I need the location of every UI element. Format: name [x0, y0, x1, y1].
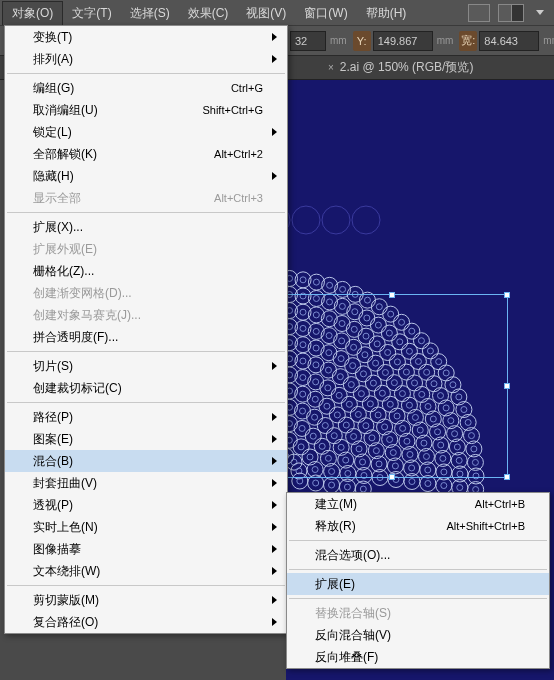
menu-item[interactable]: 混合选项(O)...	[287, 544, 549, 566]
menu-item-label: 栅格化(Z)...	[33, 263, 94, 280]
menu-item[interactable]: 建立(M)Alt+Ctrl+B	[287, 493, 549, 515]
svg-point-15	[340, 286, 346, 292]
x-input[interactable]	[290, 31, 326, 51]
menu-item-label: 隐藏(H)	[33, 168, 74, 185]
selection-box	[276, 294, 508, 478]
y-field: Y: mm	[353, 31, 454, 51]
menu-item[interactable]: 实时上色(N)	[5, 516, 287, 538]
menu-item[interactable]: 切片(S)	[5, 355, 287, 377]
menu-item: 创建对象马赛克(J)...	[5, 304, 287, 326]
menu-item[interactable]: 剪切蒙版(M)	[5, 589, 287, 611]
menu-view[interactable]: 视图(V)	[237, 1, 295, 25]
menu-item[interactable]: 图像描摹	[5, 538, 287, 560]
menu-item-label: 取消编组(U)	[33, 102, 98, 119]
menu-item[interactable]: 透视(P)	[5, 494, 287, 516]
handle-tm[interactable]	[389, 292, 395, 298]
menu-item-label: 反向堆叠(F)	[315, 649, 378, 666]
menu-item: 创建渐变网格(D)...	[5, 282, 287, 304]
submenu-arrow-icon	[272, 567, 277, 575]
menu-item-label: 编组(G)	[33, 80, 74, 97]
menu-select[interactable]: 选择(S)	[121, 1, 179, 25]
handle-br[interactable]	[504, 474, 510, 480]
menu-text[interactable]: 文字(T)	[63, 1, 120, 25]
handle-mr[interactable]	[504, 383, 510, 389]
shortcut: Alt+Ctrl+B	[475, 498, 525, 510]
menu-item[interactable]: 锁定(L)	[5, 121, 287, 143]
menu-item[interactable]: 取消编组(U)Shift+Ctrl+G	[5, 99, 287, 121]
svg-point-99	[457, 485, 463, 491]
submenu-arrow-icon	[272, 523, 277, 531]
menu-help[interactable]: 帮助(H)	[357, 1, 416, 25]
menu-item[interactable]: 释放(R)Alt+Shift+Ctrl+B	[287, 515, 549, 537]
menu-item[interactable]: 文本绕排(W)	[5, 560, 287, 582]
menu-item[interactable]: 混合(B)	[5, 450, 287, 472]
menu-item[interactable]: 编组(G)Ctrl+G	[5, 77, 287, 99]
separator	[7, 73, 285, 74]
handle-bm[interactable]	[389, 474, 395, 480]
menu-item[interactable]: 路径(P)	[5, 406, 287, 428]
menubar-right-icons	[468, 4, 552, 22]
w-input[interactable]	[479, 31, 539, 51]
menu-item[interactable]: 复合路径(O)	[5, 611, 287, 633]
menu-item-label: 全部解锁(K)	[33, 146, 97, 163]
doc-icon[interactable]	[468, 4, 490, 22]
menu-object[interactable]: 对象(O)	[2, 1, 63, 25]
workspace-icon[interactable]	[498, 4, 524, 22]
menu-item[interactable]: 排列(A)	[5, 48, 287, 70]
chevron-down-icon[interactable]	[536, 10, 544, 15]
menu-item-label: 扩展(E)	[315, 576, 355, 593]
menu-item[interactable]: 创建裁切标记(C)	[5, 377, 287, 399]
separator	[7, 212, 285, 213]
blend-submenu: 建立(M)Alt+Ctrl+B释放(R)Alt+Shift+Ctrl+B混合选项…	[286, 492, 550, 669]
w-field: 宽: mm	[459, 31, 554, 51]
menu-item-label: 排列(A)	[33, 51, 73, 68]
menu-item[interactable]: 反向堆叠(F)	[287, 646, 549, 668]
menu-item-label: 释放(R)	[315, 518, 356, 535]
submenu-arrow-icon	[272, 55, 277, 63]
menu-item[interactable]: 隐藏(H)	[5, 165, 287, 187]
menu-item-label: 复合路径(O)	[33, 614, 98, 631]
svg-point-213	[409, 479, 415, 485]
svg-point-2	[322, 206, 350, 234]
menu-item[interactable]: 变换(T)	[5, 26, 287, 48]
menu-window[interactable]: 窗口(W)	[295, 1, 356, 25]
menu-item-label: 图像描摹	[33, 541, 81, 558]
menu-item[interactable]: 封套扭曲(V)	[5, 472, 287, 494]
submenu-arrow-icon	[272, 545, 277, 553]
menu-item[interactable]: 图案(E)	[5, 428, 287, 450]
close-icon[interactable]: ×	[328, 62, 334, 73]
menu-effect[interactable]: 效果(C)	[179, 1, 238, 25]
submenu-arrow-icon	[272, 501, 277, 509]
separator	[289, 598, 547, 599]
menu-item-label: 创建对象马赛克(J)...	[33, 307, 141, 324]
menu-item-label: 剪切蒙版(M)	[33, 592, 99, 609]
submenu-arrow-icon	[272, 33, 277, 41]
submenu-arrow-icon	[272, 172, 277, 180]
shortcut: Ctrl+G	[231, 82, 263, 94]
menu-item[interactable]: 拼合透明度(F)...	[5, 326, 287, 348]
menu-item[interactable]: 扩展(E)	[287, 573, 549, 595]
menu-item[interactable]: 反向混合轴(V)	[287, 624, 549, 646]
separator	[7, 402, 285, 403]
y-input[interactable]	[373, 31, 433, 51]
menu-item[interactable]: 栅格化(Z)...	[5, 260, 287, 282]
separator	[289, 569, 547, 570]
menu-item-label: 锁定(L)	[33, 124, 72, 141]
svg-point-13	[327, 282, 333, 288]
menu-item[interactable]: 扩展(X)...	[5, 216, 287, 238]
svg-point-179	[425, 481, 431, 487]
svg-point-1	[292, 206, 320, 234]
menubar: 对象(O) 文字(T) 选择(S) 效果(C) 视图(V) 窗口(W) 帮助(H…	[0, 0, 554, 26]
submenu-arrow-icon	[272, 596, 277, 604]
menu-item-label: 混合选项(O)...	[315, 547, 390, 564]
svg-point-11	[313, 279, 319, 285]
menu-item-label: 路径(P)	[33, 409, 73, 426]
menu-item[interactable]: 全部解锁(K)Alt+Ctrl+2	[5, 143, 287, 165]
document-tab[interactable]: × 2.ai @ 150% (RGB/预览)	[320, 59, 481, 76]
submenu-arrow-icon	[272, 435, 277, 443]
menu-item-label: 拼合透明度(F)...	[33, 329, 118, 346]
handle-tr[interactable]	[504, 292, 510, 298]
menu-item-label: 扩展外观(E)	[33, 241, 97, 258]
svg-point-9	[300, 277, 306, 283]
svg-point-141	[441, 483, 447, 489]
